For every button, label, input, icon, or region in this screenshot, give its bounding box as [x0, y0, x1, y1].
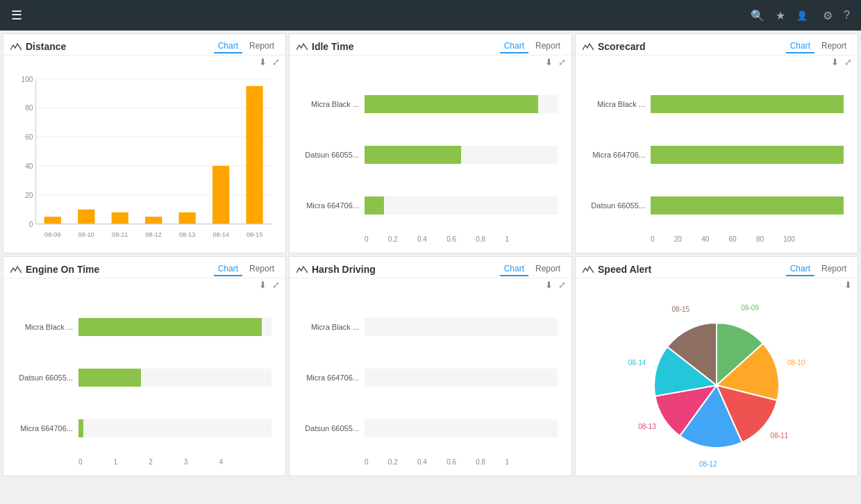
- svg-text:08-11: 08-11: [771, 431, 789, 439]
- header-right: 🔍 ★ 👤 ⚙ ?: [751, 9, 850, 22]
- panel-title-text: Engine On Time: [26, 264, 99, 275]
- header-left: ☰: [11, 8, 22, 23]
- svg-text:08-09: 08-09: [741, 304, 759, 312]
- chart-area: 02040608010008-0908-1008-1108-1208-1308-…: [3, 69, 285, 253]
- bar-label: Micra 664706...: [296, 201, 359, 210]
- download-icon[interactable]: ⬇: [545, 57, 553, 67]
- panel-tab-chart[interactable]: Chart: [786, 40, 814, 53]
- bar-fill: 1.3 Hour: [78, 369, 141, 387]
- panel-actions: ⬇⤢: [3, 56, 285, 69]
- admin-user[interactable]: 👤: [796, 10, 812, 21]
- download-icon[interactable]: ⬇: [831, 57, 839, 67]
- download-icon[interactable]: ⬇: [844, 280, 852, 290]
- bar-label: Datsun 66055...: [583, 201, 645, 210]
- download-icon[interactable]: ⬇: [259, 280, 267, 290]
- panel-tab-chart[interactable]: Chart: [786, 262, 814, 276]
- panel-tab-report[interactable]: Report: [817, 262, 851, 276]
- panel-title-text: Distance: [26, 41, 66, 52]
- svg-text:60: 60: [25, 133, 33, 141]
- bar-label: Micra Black ...: [583, 100, 645, 108]
- x-axis: 00.20.40.60.81: [296, 458, 558, 469]
- expand-icon[interactable]: ⤢: [272, 57, 280, 67]
- bar-track: 0: [365, 369, 558, 387]
- panel-tab-report[interactable]: Report: [531, 262, 565, 276]
- panel-tabs: ChartReport: [786, 262, 851, 276]
- panel-tab-chart[interactable]: Chart: [214, 40, 242, 53]
- search-icon[interactable]: 🔍: [751, 9, 764, 22]
- panel-tab-report[interactable]: Report: [245, 40, 278, 53]
- h-bar-row: Micra Black ...0.9 Hour: [296, 95, 558, 113]
- svg-rect-18: [145, 217, 162, 224]
- svg-text:100: 100: [22, 76, 33, 83]
- panel-tabs: ChartReport: [500, 262, 565, 276]
- panel-tab-report[interactable]: Report: [531, 40, 565, 53]
- bar-fill: 0.5 Hour: [365, 146, 461, 164]
- chart-area: Micra Black ...0Micra 664706...0Datsun 6…: [290, 292, 571, 476]
- chart-icon: [583, 264, 594, 274]
- panel-title-text: Scorecard: [598, 41, 645, 52]
- svg-text:08-11: 08-11: [112, 231, 128, 238]
- panel-distance: DistanceChartReport⬇⤢02040608010008-0908…: [3, 33, 286, 253]
- svg-rect-12: [44, 217, 61, 224]
- panel-tabs: ChartReport: [500, 40, 565, 53]
- svg-text:08-13: 08-13: [638, 422, 656, 430]
- bar-fill: 0.1 Hour: [78, 419, 83, 437]
- h-bar-row: Micra 664706...100: [583, 146, 844, 164]
- svg-text:08-15: 08-15: [246, 231, 262, 238]
- help-icon[interactable]: ?: [844, 9, 850, 22]
- panel-tab-report[interactable]: Report: [817, 40, 851, 53]
- download-icon[interactable]: ⬇: [259, 57, 267, 67]
- bar-track: 1.3 Hour: [78, 369, 271, 387]
- panel-title: Idle Time: [296, 41, 353, 52]
- bar-track: 100: [651, 146, 844, 164]
- svg-text:08-10: 08-10: [78, 231, 94, 238]
- panel-tab-report[interactable]: Report: [245, 262, 278, 276]
- expand-icon[interactable]: ⤢: [558, 57, 566, 67]
- panel-title-text: Harsh Driving: [312, 264, 376, 275]
- settings-icon[interactable]: ⚙: [823, 9, 833, 22]
- panel-header: Speed AlertChartReport: [576, 257, 858, 278]
- panel-speed-alert: Speed AlertChartReport⬇08-0908-1008-1108…: [575, 256, 858, 476]
- panel-tab-chart[interactable]: Chart: [500, 262, 528, 276]
- svg-text:08-13: 08-13: [179, 231, 195, 238]
- header: ☰ 🔍 ★ 👤 ⚙ ?: [0, 0, 861, 31]
- bar-label: Micra 664706...: [583, 151, 645, 159]
- panel-idle-time: Idle TimeChartReport⬇⤢Micra Black ...0.9…: [289, 33, 572, 253]
- hamburger-icon[interactable]: ☰: [11, 8, 22, 23]
- panel-header: DistanceChartReport: [3, 34, 285, 56]
- h-bar-row: Micra Black ...3.8 Hour: [10, 318, 271, 336]
- chart-area: Micra Black ...100Micra 664706...100Dats…: [576, 69, 858, 253]
- panel-tab-chart[interactable]: Chart: [500, 40, 528, 53]
- panel-actions: ⬇⤢: [290, 278, 571, 292]
- h-bar-row: Micra Black ...100: [583, 95, 844, 113]
- svg-text:08-14: 08-14: [212, 231, 228, 238]
- star-icon[interactable]: ★: [776, 9, 785, 22]
- bar-track: 0: [365, 318, 558, 336]
- x-axis: 01234: [10, 458, 271, 469]
- h-bar-row: Datsun 66055...0.5 Hour: [296, 146, 558, 164]
- panel-actions: ⬇⤢: [290, 56, 571, 69]
- panel-header: Engine On TimeChartReport: [3, 257, 285, 278]
- panel-title-text: Speed Alert: [598, 264, 651, 275]
- x-axis: 00.20.40.60.81: [296, 235, 558, 246]
- bar-track: 0.9 Hour: [365, 95, 558, 113]
- h-bar-row: Micra 664706...0.1 Hour: [10, 419, 271, 437]
- svg-text:08-15: 08-15: [671, 305, 689, 312]
- svg-rect-22: [212, 166, 229, 224]
- bar-track: 0.1 Hour: [365, 196, 558, 215]
- svg-text:08-09: 08-09: [44, 231, 60, 238]
- svg-text:08-14: 08-14: [628, 359, 646, 367]
- bar-fill: 100: [651, 146, 844, 164]
- bar-fill: 100: [651, 95, 844, 113]
- download-icon[interactable]: ⬇: [545, 280, 553, 290]
- panel-actions: ⬇: [576, 278, 858, 292]
- svg-text:08-12: 08-12: [146, 231, 162, 238]
- expand-icon[interactable]: ⤢: [272, 280, 280, 290]
- expand-icon[interactable]: ⤢: [844, 57, 852, 67]
- expand-icon[interactable]: ⤢: [558, 280, 566, 290]
- h-bar-row: Micra Black ...0: [296, 318, 558, 336]
- chart-icon: [583, 42, 594, 51]
- panel-title-text: Idle Time: [312, 41, 353, 52]
- panel-tab-chart[interactable]: Chart: [214, 262, 242, 276]
- svg-text:40: 40: [25, 162, 33, 170]
